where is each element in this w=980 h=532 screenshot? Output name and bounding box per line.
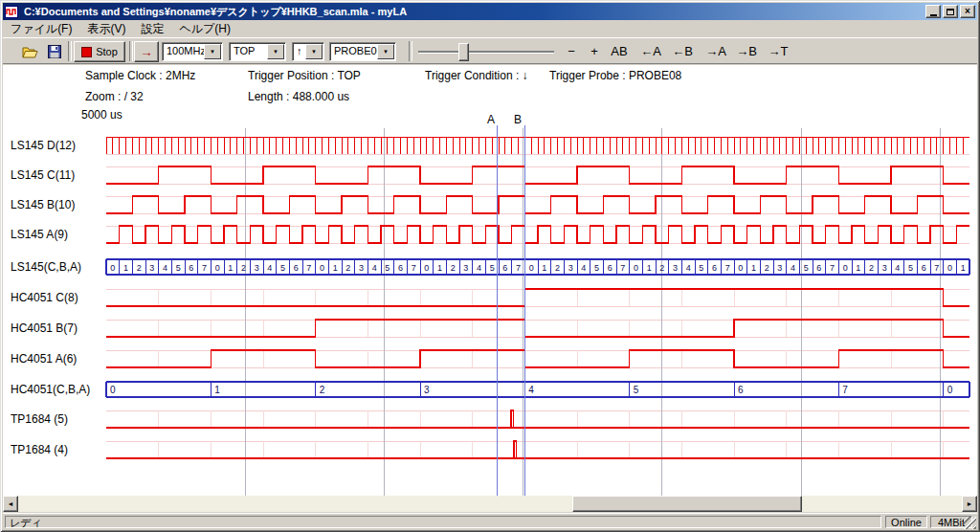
toolbar-separator (68, 41, 72, 61)
status-bar: レディ Online 4MBit (3, 513, 977, 530)
toolbar-separator (409, 41, 412, 61)
menu-view[interactable]: 表示(V) (79, 20, 133, 38)
app-window: C:¥Documents and Settings¥noname¥デスクトップ¥… (0, 0, 980, 532)
bus-value: 5 (490, 263, 495, 273)
waveform-9 (106, 410, 969, 428)
bus-value: 0 (110, 263, 115, 273)
status-online-badge: Online (885, 516, 927, 528)
bus-value: 1 (333, 263, 338, 273)
bus-value: 6 (738, 385, 744, 395)
bus-value: 0 (843, 263, 848, 273)
bus-value: 4 (267, 263, 272, 273)
scrollbar-thumb[interactable] (572, 496, 802, 512)
scroll-right-button[interactable]: ► (962, 496, 977, 512)
bus-value: 3 (568, 263, 573, 273)
sample-rate-value: 100MHz (167, 45, 206, 56)
waveform-display[interactable]: 0123456701234567012345670123456701234567… (3, 111, 975, 496)
bus-value: 5 (804, 263, 809, 273)
stop-button[interactable]: Stop (74, 41, 125, 62)
menu-help[interactable]: ヘルプ(H) (171, 20, 238, 38)
bus-value: 6 (398, 263, 403, 273)
goto-b-left-button[interactable]: ←B (668, 42, 697, 61)
bus-value: 6 (816, 263, 821, 273)
bus-value: 5 (634, 385, 639, 395)
bus-value: 3 (463, 263, 468, 273)
bus-value: 3 (149, 263, 154, 273)
chevron-down-icon[interactable]: ▼ (377, 44, 394, 59)
channel-label-2: LS145 B(10) (11, 197, 104, 212)
bus-value: 1 (647, 263, 652, 273)
bus-value: 1 (856, 263, 860, 273)
bus-value: 1 (961, 263, 966, 273)
cursor-a-label: A (487, 113, 495, 126)
trigger-edge-select[interactable]: ↑ ▼ (292, 42, 324, 61)
bus-value: 6 (922, 263, 926, 273)
bus-value: 1 (214, 385, 220, 395)
waveform-3 (106, 226, 969, 243)
goto-b-right-button[interactable]: →B (732, 42, 761, 61)
bus-value: 2 (765, 263, 769, 273)
waveform-6 (106, 320, 969, 337)
minimize-button[interactable] (925, 5, 941, 18)
bus-value: 7 (412, 263, 416, 273)
channel-label-3: LS145 A(9) (11, 227, 104, 242)
bus-value: 0 (947, 263, 952, 273)
resize-grip[interactable] (964, 517, 976, 529)
bus-value: 3 (882, 263, 887, 273)
chevron-down-icon[interactable]: ▼ (305, 44, 323, 59)
bus-value: 2 (869, 263, 874, 273)
bus-value: 7 (830, 263, 835, 273)
title-bar[interactable]: C:¥Documents and Settings¥noname¥デスクトップ¥… (3, 3, 977, 20)
stop-label: Stop (96, 46, 118, 57)
open-button[interactable] (18, 41, 41, 62)
chevron-down-icon[interactable]: ▼ (267, 44, 284, 59)
bus-value: 4 (163, 263, 167, 273)
bus-value: 7 (306, 263, 311, 273)
floppy-icon (48, 45, 61, 58)
window-title: C:¥Documents and Settings¥noname¥デスクトップ¥… (24, 5, 924, 19)
trigger-edge-value: ↑ (297, 45, 302, 56)
channel-label-5: HC4051 C(8) (11, 290, 104, 305)
zoom-slider-track[interactable] (418, 51, 554, 54)
bus-value: 2 (555, 263, 560, 273)
bus-value: 7 (202, 263, 207, 273)
sample-rate-select[interactable]: 100MHz ▼ (162, 42, 223, 61)
goto-a-right-button[interactable]: →A (702, 42, 730, 61)
channel-label-1: LS145 C(11) (11, 167, 104, 183)
scroll-left-button[interactable]: ◄ (3, 496, 18, 512)
ab-button[interactable]: AB (606, 42, 633, 61)
bus-value: 1 (542, 263, 546, 273)
bus-value: 1 (437, 263, 442, 273)
maximize-icon (947, 9, 954, 15)
bus-value: 1 (228, 263, 233, 273)
open-folder-icon (22, 46, 38, 58)
toolbar: Stop → 100MHz ▼ TOP ▼ ↑ ▼ PROBE00 ▼ − + … (3, 37, 977, 64)
horizontal-scrollbar[interactable]: ◄ ► (3, 496, 977, 512)
zoom-out-button[interactable]: − (562, 42, 581, 61)
trigger-position-text: Trigger Position : TOP (248, 69, 361, 82)
zoom-in-button[interactable]: + (585, 42, 604, 61)
stop-icon (81, 47, 92, 57)
save-button[interactable] (43, 41, 66, 62)
zoom-slider-thumb[interactable] (458, 43, 469, 61)
toolbar-separator (129, 41, 133, 61)
menu-file[interactable]: ファイル(F) (3, 20, 79, 38)
close-button[interactable]: × (960, 5, 975, 18)
trigger-position-select[interactable]: TOP ▼ (229, 42, 286, 61)
bus-value: 2 (137, 263, 142, 273)
bus-value: 1 (123, 263, 128, 273)
maximize-button[interactable] (943, 5, 958, 18)
bus-value: 4 (581, 263, 586, 273)
trigger-probe-select[interactable]: PROBE00 ▼ (329, 42, 396, 61)
menu-settings[interactable]: 設定 (133, 20, 171, 38)
chevron-down-icon[interactable]: ▼ (204, 44, 221, 59)
bus-value: 0 (738, 263, 743, 273)
goto-trigger-button[interactable]: →T (765, 42, 791, 61)
bus-value: 6 (294, 263, 299, 273)
menu-bar: ファイル(F) 表示(V) 設定 ヘルプ(H) (3, 20, 977, 37)
bus-value: 5 (908, 263, 913, 273)
bus-value: 6 (502, 263, 507, 273)
goto-a-left-button[interactable]: ←A (636, 42, 665, 61)
run-button[interactable]: → (134, 41, 159, 62)
bus-value: 2 (320, 385, 325, 395)
